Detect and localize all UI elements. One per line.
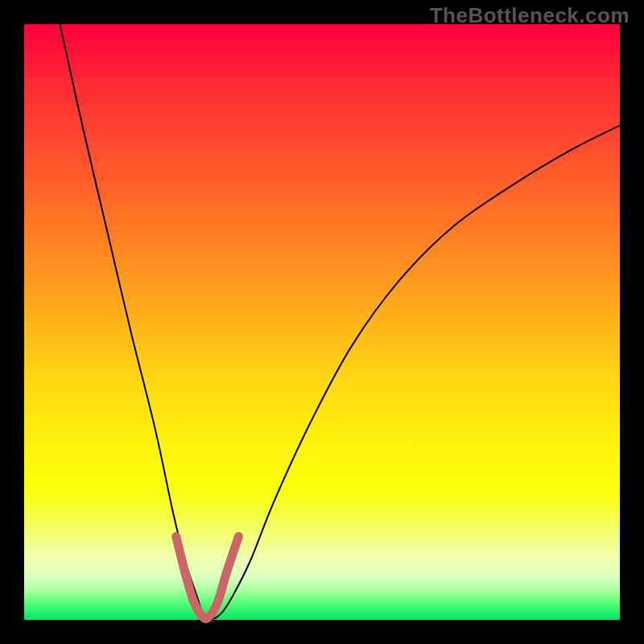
chart-frame: TheBottleneck.com [0, 0, 644, 644]
curve-svg [24, 24, 620, 620]
bottleneck-curve [60, 24, 620, 620]
bottom-highlight [176, 536, 239, 618]
plot-area [24, 24, 620, 620]
